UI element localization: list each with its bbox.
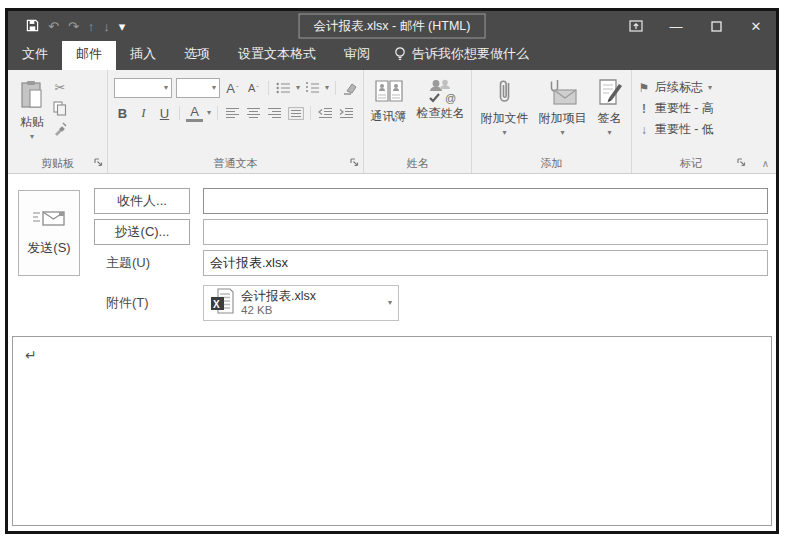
basic-text-group-label: 普通文本 (108, 156, 363, 171)
include-group: 附加文件 ▾ 附加项目 ▾ 签名 ▾ 添加 (472, 70, 632, 173)
tab-review[interactable]: 审阅 (330, 39, 384, 70)
italic-button[interactable]: I (135, 104, 152, 122)
minimize-button[interactable]: — (656, 11, 696, 41)
follow-up-label: 后续标志 (655, 79, 703, 96)
to-button[interactable]: 收件人... (94, 188, 190, 214)
numbering-icon[interactable] (304, 79, 321, 97)
to-input[interactable] (203, 188, 768, 214)
message-body[interactable]: ↵ (12, 336, 772, 526)
move-down-icon[interactable]: ↓ (103, 20, 110, 33)
tags-dialog-launcher-icon[interactable] (737, 153, 746, 171)
clipboard-dialog-launcher-icon[interactable] (94, 153, 103, 171)
follow-up-button[interactable]: ⚑ 后续标志 ▾ (638, 79, 714, 96)
attach-file-label: 附加文件 (481, 112, 529, 126)
subject-input[interactable] (203, 250, 768, 276)
signature-button[interactable]: 签名 ▾ (592, 76, 628, 157)
clipboard-group-label: 剪贴板 (8, 156, 107, 171)
format-painter-icon[interactable] (50, 120, 70, 138)
bold-button[interactable]: B (114, 104, 131, 122)
align-right-icon[interactable] (266, 104, 283, 122)
copy-icon[interactable] (50, 99, 70, 117)
align-center-icon[interactable] (245, 104, 262, 122)
clipboard-group: 粘贴 ▾ ✂ 剪贴板 (8, 70, 108, 173)
address-book-icon (374, 78, 404, 107)
tab-message[interactable]: 邮件 (62, 39, 116, 70)
high-importance-button[interactable]: ! 重要性 - 高 (638, 100, 714, 117)
tab-format-text[interactable]: 设置文本格式 (224, 39, 330, 70)
lightbulb-icon (394, 46, 406, 62)
font-size-select[interactable]: ▾ (176, 78, 220, 98)
distribute-text-icon[interactable] (287, 104, 304, 122)
attach-item-icon (548, 78, 578, 109)
paste-clipboard-icon (19, 80, 45, 113)
underline-button[interactable]: U (156, 104, 173, 122)
paste-label: 粘贴 (20, 116, 44, 130)
cc-button[interactable]: 抄送(C)... (94, 219, 190, 245)
attach-item-dropdown-icon[interactable]: ▾ (560, 129, 564, 137)
grow-font-button[interactable]: Aˆ (224, 79, 241, 97)
check-names-label: 检查姓名 (417, 107, 465, 121)
window-title: 会计报表.xlsx - 邮件 (HTML) (299, 14, 486, 39)
paragraph-return-mark: ↵ (25, 347, 37, 363)
tell-me-box[interactable]: 告诉我你想要做什么 (384, 39, 539, 70)
high-importance-label: 重要性 - 高 (655, 100, 714, 117)
attach-file-dropdown-icon[interactable]: ▾ (502, 129, 506, 137)
check-names-button[interactable]: @ 检查姓名 (412, 76, 470, 157)
svg-text:@: @ (445, 92, 456, 104)
undo-icon[interactable]: ↶ (48, 20, 59, 33)
attach-file-button[interactable]: 附加文件 ▾ (476, 76, 534, 157)
tab-file[interactable]: 文件 (8, 39, 62, 70)
save-icon[interactable] (26, 19, 39, 34)
names-group: 通讯簿 @ 检查姓名 姓名 (364, 70, 472, 173)
names-group-label: 姓名 (364, 156, 471, 171)
attachment-chip[interactable]: X 会计报表.xlsx 42 KB ▾ (203, 285, 399, 321)
cc-input[interactable] (203, 219, 768, 245)
align-left-icon[interactable] (224, 104, 241, 122)
shrink-font-button[interactable]: Aˇ (245, 79, 262, 97)
font-color-button[interactable]: A (186, 104, 203, 122)
redo-icon[interactable]: ↷ (68, 20, 79, 33)
ribbon-display-options-icon[interactable] (616, 11, 656, 41)
address-book-button[interactable]: 通讯簿 (366, 76, 412, 157)
decrease-indent-icon[interactable] (317, 104, 334, 122)
cut-icon[interactable]: ✂ (50, 78, 70, 96)
low-importance-button[interactable]: ↓ 重要性 - 低 (638, 121, 714, 138)
tab-insert[interactable]: 插入 (116, 39, 170, 70)
paste-dropdown-icon[interactable]: ▾ (30, 133, 34, 141)
attachment-filename: 会计报表.xlsx (241, 289, 381, 303)
paperclip-icon (497, 78, 513, 109)
close-button[interactable]: ✕ (736, 11, 776, 41)
address-book-label: 通讯簿 (371, 110, 407, 124)
subject-label: 主题(U) (94, 254, 190, 272)
attach-item-button[interactable]: 附加项目 ▾ (534, 76, 592, 157)
bullets-icon[interactable] (275, 79, 292, 97)
basic-text-dialog-launcher-icon[interactable] (350, 153, 359, 171)
maximize-button[interactable] (696, 11, 736, 41)
attachment-dropdown-icon[interactable]: ▾ (388, 299, 392, 307)
excel-file-icon: X (210, 288, 234, 318)
send-button[interactable]: 发送(S) (18, 190, 80, 276)
collapse-ribbon-icon[interactable]: ∧ (762, 158, 769, 169)
signature-label: 签名 (598, 112, 622, 126)
attachment-size: 42 KB (241, 304, 381, 317)
increase-indent-icon[interactable] (338, 104, 355, 122)
move-up-icon[interactable]: ↑ (88, 20, 95, 33)
title-bar: ↶ ↷ ↑ ↓ ▾ 会计报表.xlsx - 邮件 (HTML) — ✕ (8, 11, 776, 41)
customize-qat-icon[interactable]: ▾ (119, 20, 126, 33)
include-group-label: 添加 (472, 156, 631, 171)
numbering-dropdown-icon[interactable]: ▾ (325, 84, 329, 92)
down-arrow-icon: ↓ (638, 123, 650, 137)
tags-group-label: 标记 (632, 156, 750, 171)
check-names-icon: @ (426, 78, 456, 104)
send-envelope-icon (32, 210, 66, 231)
paste-button[interactable]: 粘贴 ▾ (14, 76, 50, 157)
basic-text-group: ▾ ▾ Aˆ Aˇ ▾ ▾ (108, 70, 364, 173)
send-label: 发送(S) (27, 239, 70, 257)
clear-formatting-icon[interactable] (342, 79, 359, 97)
bullets-dropdown-icon[interactable]: ▾ (296, 84, 300, 92)
tab-options[interactable]: 选项 (170, 39, 224, 70)
font-color-dropdown-icon[interactable]: ▾ (207, 109, 211, 117)
signature-dropdown-icon[interactable]: ▾ (607, 129, 611, 137)
font-name-select[interactable]: ▾ (114, 78, 172, 98)
follow-up-dropdown-icon: ▾ (708, 84, 712, 92)
